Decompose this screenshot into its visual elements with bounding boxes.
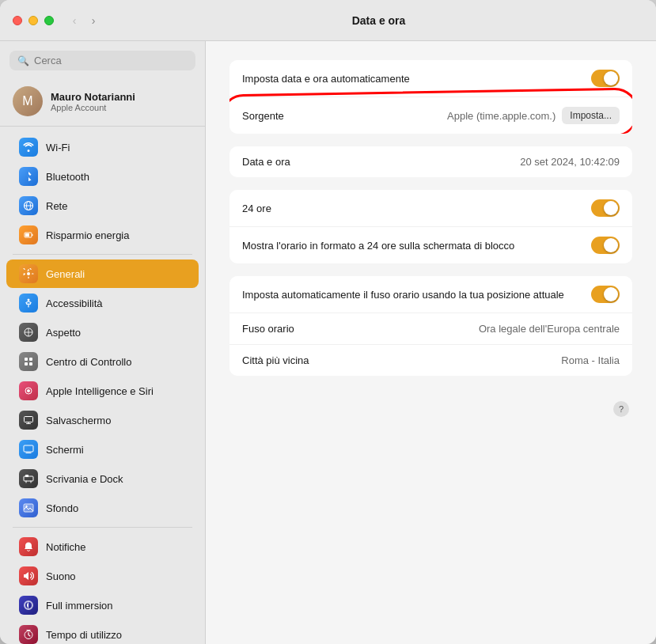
imposta-auto-toggle[interactable] (591, 70, 620, 87)
rete-icon (19, 196, 38, 215)
nav-buttons: ‹ › (66, 13, 101, 28)
imposta-auto-label: Imposta data e ora automaticamente (242, 73, 410, 85)
svg-rect-14 (25, 417, 33, 422)
user-section[interactable]: M Mauro Notarianni Apple Account (0, 80, 205, 127)
sidebar-item-label-wifi: Wi-Fi (46, 142, 70, 153)
main-panel: Imposta data e ora automaticamente Sorge… (206, 41, 656, 644)
svg-rect-12 (29, 362, 32, 366)
svg-rect-15 (24, 445, 33, 452)
search-icon: 🔍 (17, 55, 29, 66)
citta-value: Roma - Italia (561, 354, 620, 366)
content-area: 🔍 M Mauro Notarianni Apple Account Wi-Fi (0, 41, 656, 644)
sidebar-item-accessibilita[interactable]: Accessibilità (6, 289, 199, 317)
search-bar[interactable]: 🔍 (9, 51, 195, 70)
notifiche-icon (19, 537, 38, 556)
sidebar-item-label-salvaschermo: Salvaschermo (46, 415, 111, 426)
sidebar-item-label-tempo: Tempo di utilizzo (46, 629, 122, 641)
wifi-icon (19, 138, 38, 157)
sidebar-item-salvaschermo[interactable]: Salvaschermo (6, 406, 199, 434)
datetime-group-3: 24 ore Mostra l'orario in formato a 24 o… (229, 190, 632, 263)
sidebar-item-rete[interactable]: Rete (6, 191, 199, 220)
maximize-button[interactable] (44, 16, 54, 25)
back-button[interactable]: ‹ (66, 13, 82, 28)
mostra-orario-row: Mostra l'orario in formato a 24 ore sull… (229, 227, 632, 263)
suono-icon (19, 566, 38, 585)
sidebar-item-label-schermi: Schermi (46, 444, 84, 456)
forward-button[interactable]: › (85, 13, 101, 28)
svg-rect-16 (24, 476, 33, 481)
svg-rect-11 (25, 362, 28, 366)
main-window: ‹ › Data e ora 🔍 M Mauro Notarianni Appl… (0, 0, 656, 644)
user-name: Mauro Notarianni (51, 91, 135, 103)
sidebar-item-wifi[interactable]: Wi-Fi (6, 133, 199, 161)
titlebar: ‹ › Data e ora (0, 0, 656, 41)
sidebar-item-centro[interactable]: Centro di Controllo (6, 347, 199, 376)
svg-rect-4 (32, 234, 33, 236)
fuso-auto-toggle[interactable] (591, 286, 620, 303)
sidebar-item-schermi[interactable]: Schermi (6, 435, 199, 464)
sorgente-value: Apple (time.apple.com.) (447, 110, 556, 122)
sidebar-item-label-accessibilita: Accessibilità (46, 297, 103, 309)
sidebar-item-siri[interactable]: Apple Intelligence e Siri (6, 377, 199, 405)
sidebar-item-label-siri: Apple Intelligence e Siri (46, 385, 154, 397)
sorgente-right: Apple (time.apple.com.) Imposta... (447, 107, 620, 124)
data-ora-value: 20 set 2024, 10:42:09 (520, 156, 620, 168)
ore24-row: 24 ore (229, 190, 632, 227)
search-input[interactable] (34, 55, 188, 66)
sidebar-item-label-centro: Centro di Controllo (46, 356, 131, 368)
sidebar-item-label-generali: Generali (46, 268, 85, 280)
generali-icon (19, 264, 38, 283)
siri-icon (19, 381, 38, 400)
sorgente-label: Sorgente (242, 110, 284, 122)
avatar: M (13, 86, 43, 116)
datetime-group-2: Data e ora 20 set 2024, 10:42:09 (229, 146, 632, 177)
scrivania-icon (19, 469, 38, 488)
svg-rect-17 (25, 475, 28, 477)
user-subtitle: Apple Account (51, 103, 135, 112)
sidebar-item-suono[interactable]: Suono (6, 562, 199, 590)
sidebar-item-focus[interactable]: Full immersion (6, 591, 199, 619)
sidebar-item-generali[interactable]: Generali (6, 259, 199, 288)
divider-1 (13, 254, 192, 255)
svg-rect-9 (25, 358, 28, 361)
svg-point-6 (27, 272, 30, 275)
sidebar-item-bluetooth[interactable]: Bluetooth (6, 162, 199, 191)
bluetooth-icon (19, 167, 38, 186)
accessibilita-icon (19, 294, 38, 313)
citta-row: Città più vicina Roma - Italia (229, 345, 632, 376)
sidebar-item-sfondo[interactable]: Sfondo (6, 494, 199, 522)
sidebar-item-label-risparmio: Risparmio energia (46, 229, 130, 241)
sidebar-item-label-aspetto: Aspetto (46, 327, 81, 339)
sidebar: 🔍 M Mauro Notarianni Apple Account Wi-Fi (0, 41, 206, 644)
fuso-orario-label: Fuso orario (242, 323, 294, 335)
sidebar-item-risparmio[interactable]: Risparmio energia (6, 221, 199, 249)
data-ora-row: Data e ora 20 set 2024, 10:42:09 (229, 146, 632, 177)
sidebar-item-tempo[interactable]: Tempo di utilizzo (6, 620, 199, 644)
aspetto-icon (19, 323, 38, 342)
fuso-auto-label: Imposta automaticamente il fuso orario u… (242, 289, 564, 301)
window-title: Data e ora (114, 14, 643, 27)
sidebar-item-aspetto[interactable]: Aspetto (6, 318, 199, 347)
ore24-toggle[interactable] (591, 199, 620, 217)
svg-rect-10 (29, 358, 32, 361)
salvaschermo-icon (19, 411, 38, 430)
sorgente-row: Sorgente Apple (time.apple.com.) Imposta… (229, 97, 632, 134)
imposta-button[interactable]: Imposta... (562, 107, 620, 124)
svg-point-7 (28, 299, 30, 301)
minimize-button[interactable] (28, 16, 38, 25)
sidebar-item-label-focus: Full immersion (46, 600, 113, 612)
focus-icon (19, 596, 38, 615)
mostra-orario-toggle[interactable] (591, 237, 620, 254)
sidebar-item-scrivania[interactable]: Scrivania e Dock (6, 464, 199, 493)
close-button[interactable] (13, 16, 22, 25)
sidebar-item-label-scrivania: Scrivania e Dock (46, 473, 123, 485)
schermi-icon (19, 440, 38, 459)
fuso-orario-value: Ora legale dell'Europa centrale (479, 323, 620, 335)
sidebar-item-label-notifiche: Notifiche (46, 541, 86, 553)
datetime-group-1: Imposta data e ora automaticamente Sorge… (229, 60, 632, 134)
fuso-auto-row: Imposta automaticamente il fuso orario u… (229, 276, 632, 313)
mostra-orario-label: Mostra l'orario in formato a 24 ore sull… (242, 240, 514, 252)
sidebar-item-notifiche[interactable]: Notifiche (6, 532, 199, 561)
citta-label: Città più vicina (242, 354, 309, 366)
help-button[interactable]: ? (613, 401, 629, 417)
